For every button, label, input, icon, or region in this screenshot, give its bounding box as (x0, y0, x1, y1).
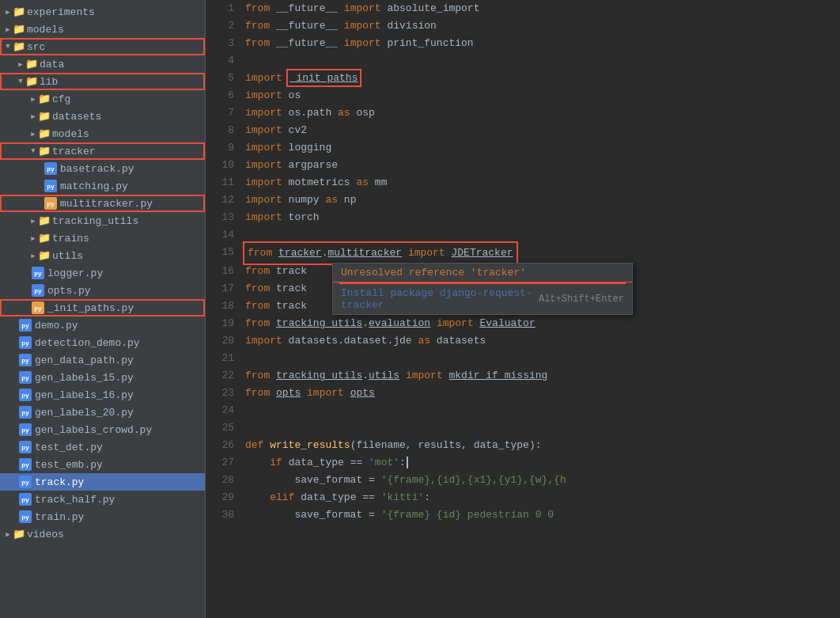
line-content: import numpy as np (242, 191, 840, 209)
folder-icon: 📁 (13, 40, 25, 53)
tree-item-track-half[interactable]: py track_half.py (0, 491, 205, 508)
line-num: 30 (206, 506, 242, 524)
file-tree[interactable]: ▶ 📁 experiments ▶ 📁 models ▼ 📁 src ▶ 📁 d… (0, 0, 206, 618)
code-line-9: 9 import logging (206, 139, 840, 157)
tree-label: test_emb.py (35, 459, 103, 471)
code-line-7: 7 import os.path as osp (206, 104, 840, 122)
tree-item-videos[interactable]: ▶ 📁 videos (0, 525, 205, 543)
code-line-25: 25 (206, 419, 840, 437)
tooltip-action-text[interactable]: Install package django-request-tracker (341, 287, 539, 311)
py-file-icon: py (19, 406, 32, 419)
code-line-11: 11 import motmetrics as mm (206, 174, 840, 191)
folder-icon: 📁 (13, 528, 25, 540)
tree-item-tracking-utils[interactable]: ▶ 📁 tracking_utils (0, 212, 205, 229)
arrow-icon: ▶ (28, 216, 38, 226)
line-num: 8 (206, 122, 242, 139)
line-content: from opts import opts (242, 385, 840, 402)
line-content: import logging (242, 139, 840, 157)
py-file-icon: py (44, 180, 57, 192)
arrow-icon: ▶ (3, 529, 13, 539)
line-content: import datasets.dataset.jde as datasets (242, 332, 840, 350)
tree-item-matching[interactable]: py matching.py (0, 177, 205, 195)
line-num: 3 (206, 35, 242, 52)
tree-label: tracker (52, 146, 96, 157)
code-line-3: 3 from __future__ import print_function (206, 35, 840, 52)
tree-item-multitracker[interactable]: py multitracker.py (0, 195, 205, 212)
line-num: 15 (206, 244, 242, 261)
tree-item-gen-data-path[interactable]: py gen_data_path.py (0, 351, 205, 369)
line-num: 22 (206, 367, 242, 385)
py-file-icon: py (19, 493, 32, 506)
tree-item-test-det[interactable]: py test_det.py (0, 438, 205, 456)
tree-label: basetrack.py (60, 163, 134, 175)
code-line-14: 14 (206, 226, 840, 244)
folder-icon: 📁 (13, 23, 25, 36)
tree-item-init-paths[interactable]: py _init_paths.py (0, 299, 205, 317)
tooltip-region: 16 from track​ 17 from track 18 from tra… (206, 263, 840, 315)
tree-item-train[interactable]: py train.py (0, 508, 205, 525)
py-file-icon: py (32, 267, 44, 279)
code-line-29: 29 elif data_type == 'kitti': (206, 489, 840, 506)
tooltip-action-line[interactable]: Install package django-request-tracker A… (333, 284, 632, 314)
tree-item-src[interactable]: ▼ 📁 src (0, 38, 205, 55)
line-content (242, 350, 840, 367)
tree-item-utils[interactable]: ▶ 📁 utils (0, 247, 205, 264)
py-file-icon: py (44, 197, 57, 210)
code-line-1: 1 from __future__ import absolute_import (206, 0, 840, 17)
tree-item-gen-labels-16[interactable]: py gen_labels_16.py (0, 386, 205, 404)
line-num: 9 (206, 139, 242, 157)
code-line-19: 19 from tracking_utils.evaluation import… (206, 315, 840, 332)
line-content: if data_type == 'mot': (242, 454, 840, 472)
tooltip-popup[interactable]: Unresolved reference 'tracker' Install p… (332, 263, 633, 315)
tree-item-gen-labels-20[interactable]: py gen_labels_20.py (0, 404, 205, 421)
line-content: from __future__ import division (242, 17, 840, 35)
tooltip-error-text: Unresolved reference 'tracker' (333, 264, 632, 282)
folder-icon: 📁 (25, 58, 38, 70)
line-num: 25 (206, 419, 242, 437)
tree-item-experiments[interactable]: ▶ 📁 experiments (0, 3, 205, 21)
tree-label: utils (52, 250, 83, 262)
line-num: 10 (206, 157, 242, 174)
tree-item-logger[interactable]: py logger.py (0, 264, 205, 282)
code-line-8: 8 import cv2 (206, 122, 840, 139)
tree-item-cfg[interactable]: ▶ 📁 cfg (0, 90, 205, 108)
arrow-icon: ▼ (28, 146, 38, 156)
line-content: from tracker.multitracker import JDETrac… (242, 244, 840, 263)
arrow-icon: ▶ (28, 233, 38, 243)
tree-item-track[interactable]: py track.py (0, 473, 205, 491)
tree-item-data[interactable]: ▶ 📁 data (0, 55, 205, 73)
tree-item-detection-demo[interactable]: py detection_demo.py (0, 334, 205, 351)
code-line-15: 15 from tracker.multitracker import JDET… (206, 244, 840, 263)
tree-label: gen_labels_16.py (35, 389, 134, 401)
line-num: 21 (206, 350, 242, 367)
tree-item-demo[interactable]: py demo.py (0, 317, 205, 334)
tree-label: gen_labels_crowd.py (35, 424, 152, 436)
line-num: 18 (206, 298, 242, 315)
line-content: save_format = '{frame},{id},{x1},{y1},{w… (242, 472, 840, 489)
tree-item-tracker[interactable]: ▼ 📁 tracker (0, 142, 205, 160)
folder-icon: 📁 (38, 232, 51, 245)
line-content: save_format = '{frame} {id} pedestrian 0… (242, 506, 840, 524)
line-num: 13 (206, 209, 242, 226)
line-content (242, 419, 840, 437)
py-file-icon: py (19, 458, 32, 471)
arrow-icon: ▼ (3, 42, 13, 51)
tree-label: trains (52, 233, 89, 245)
tree-item-datasets[interactable]: ▶ 📁 datasets (0, 108, 205, 125)
arrow-icon: ▶ (28, 129, 38, 138)
code-line-10: 10 import argparse (206, 157, 840, 174)
tree-item-gen-labels-15[interactable]: py gen_labels_15.py (0, 369, 205, 386)
tree-item-basetrack[interactable]: py basetrack.py (0, 160, 205, 177)
tree-item-opts[interactable]: py opts.py (0, 282, 205, 299)
tree-item-lib[interactable]: ▼ 📁 lib (0, 73, 205, 90)
tree-item-test-emb[interactable]: py test_emb.py (0, 456, 205, 473)
tree-item-trains[interactable]: ▶ 📁 trains (0, 229, 205, 247)
line-content (242, 52, 840, 70)
tree-item-models-root[interactable]: ▶ 📁 models (0, 21, 205, 38)
tree-item-gen-labels-crowd[interactable]: py gen_labels_crowd.py (0, 421, 205, 438)
tree-item-models-lib[interactable]: ▶ 📁 models (0, 125, 205, 142)
line-content: import os.path as osp (242, 104, 840, 122)
line-num: 4 (206, 52, 242, 70)
folder-icon: 📁 (38, 214, 51, 227)
folder-icon: 📁 (38, 127, 51, 140)
